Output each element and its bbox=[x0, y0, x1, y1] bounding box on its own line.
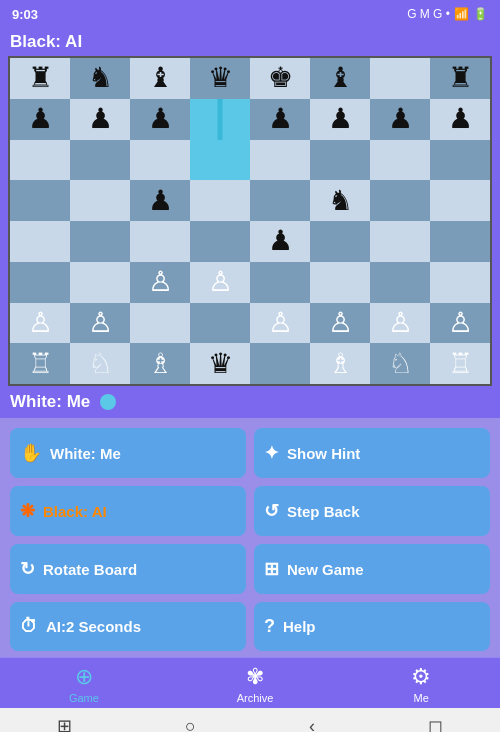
cell-1-7[interactable]: ♟ bbox=[430, 99, 490, 140]
cell-6-6[interactable]: ♙ bbox=[370, 303, 430, 344]
cell-0-4[interactable]: ♚ bbox=[250, 58, 310, 99]
cell-2-1[interactable] bbox=[70, 140, 130, 181]
nav-me[interactable]: ⚙Me bbox=[411, 664, 431, 704]
cell-3-2[interactable]: ♟ bbox=[130, 180, 190, 221]
cell-3-6[interactable] bbox=[370, 180, 430, 221]
buttons-section: ✋White: Me✦Show Hint❋Black: AI↺Step Back… bbox=[0, 418, 500, 657]
cell-7-3[interactable]: ♛ bbox=[190, 343, 250, 384]
cell-3-7[interactable] bbox=[430, 180, 490, 221]
black-ai-icon: ❋ bbox=[20, 500, 35, 522]
cell-7-1[interactable]: ♘ bbox=[70, 343, 130, 384]
cell-5-1[interactable] bbox=[70, 262, 130, 303]
wifi-icon: 📶 bbox=[454, 7, 469, 21]
archive-nav-label: Archive bbox=[237, 692, 274, 704]
cell-5-2[interactable]: ♙ bbox=[130, 262, 190, 303]
cell-4-6[interactable] bbox=[370, 221, 430, 262]
cell-5-3[interactable]: ♙ bbox=[190, 262, 250, 303]
white-me-icon: ✋ bbox=[20, 442, 42, 464]
chess-board: ♜♞♝♛♚♝♜♟♟♟♟♟♟♟♟♞♟♙♙♙♙♙♙♙♙♖♘♗♛♗♘♖ bbox=[8, 56, 492, 386]
cell-1-6[interactable]: ♟ bbox=[370, 99, 430, 140]
white-player-name: White: Me bbox=[10, 392, 90, 412]
new-game-icon: ⊞ bbox=[264, 558, 279, 580]
new-game-button[interactable]: ⊞New Game bbox=[254, 544, 490, 594]
cell-0-6[interactable] bbox=[370, 58, 430, 99]
cell-1-0[interactable]: ♟ bbox=[10, 99, 70, 140]
cell-3-4[interactable] bbox=[250, 180, 310, 221]
cell-4-7[interactable] bbox=[430, 221, 490, 262]
cell-6-0[interactable]: ♙ bbox=[10, 303, 70, 344]
cell-5-7[interactable] bbox=[430, 262, 490, 303]
status-time: 9:03 bbox=[12, 7, 38, 22]
cell-5-6[interactable] bbox=[370, 262, 430, 303]
cell-6-7[interactable]: ♙ bbox=[430, 303, 490, 344]
game-nav-icon: ⊕ bbox=[75, 664, 93, 690]
rotate-board-button[interactable]: ↻Rotate Board bbox=[10, 544, 246, 594]
black-ai-button[interactable]: ❋Black: AI bbox=[10, 486, 246, 536]
recent-icon[interactable]: ◻ bbox=[428, 715, 443, 732]
cell-6-2[interactable] bbox=[130, 303, 190, 344]
cell-6-4[interactable]: ♙ bbox=[250, 303, 310, 344]
cell-7-2[interactable]: ♗ bbox=[130, 343, 190, 384]
cell-2-2[interactable] bbox=[130, 140, 190, 181]
cell-0-1[interactable]: ♞ bbox=[70, 58, 130, 99]
cell-0-2[interactable]: ♝ bbox=[130, 58, 190, 99]
turn-label: Black: AI bbox=[0, 28, 500, 56]
me-nav-label: Me bbox=[413, 692, 428, 704]
cell-3-0[interactable] bbox=[10, 180, 70, 221]
cell-6-5[interactable]: ♙ bbox=[310, 303, 370, 344]
cell-4-1[interactable] bbox=[70, 221, 130, 262]
nav-archive[interactable]: ✾Archive bbox=[237, 664, 274, 704]
cell-6-1[interactable]: ♙ bbox=[70, 303, 130, 344]
cell-5-4[interactable] bbox=[250, 262, 310, 303]
cell-7-4[interactable] bbox=[250, 343, 310, 384]
cell-7-7[interactable]: ♖ bbox=[430, 343, 490, 384]
cell-1-2[interactable]: ♟ bbox=[130, 99, 190, 140]
ai-seconds-icon: ⏱ bbox=[20, 616, 38, 637]
system-nav-bar: ⊞ ○ ‹ ◻ bbox=[0, 708, 500, 732]
cell-5-0[interactable] bbox=[10, 262, 70, 303]
cell-7-5[interactable]: ♗ bbox=[310, 343, 370, 384]
cell-2-5[interactable] bbox=[310, 140, 370, 181]
cell-6-3[interactable] bbox=[190, 303, 250, 344]
cell-2-0[interactable] bbox=[10, 140, 70, 181]
cell-4-4[interactable]: ♟ bbox=[250, 221, 310, 262]
ai-seconds-button[interactable]: ⏱AI:2 Seconds bbox=[10, 602, 246, 651]
cell-2-7[interactable] bbox=[430, 140, 490, 181]
back-icon[interactable]: ‹ bbox=[309, 716, 315, 733]
cell-2-3[interactable] bbox=[190, 140, 250, 181]
cell-7-6[interactable]: ♘ bbox=[370, 343, 430, 384]
cell-0-5[interactable]: ♝ bbox=[310, 58, 370, 99]
cell-4-3[interactable] bbox=[190, 221, 250, 262]
white-me-label: White: Me bbox=[50, 445, 121, 462]
cell-1-3[interactable] bbox=[190, 99, 250, 140]
step-back-button[interactable]: ↺Step Back bbox=[254, 486, 490, 536]
cell-1-1[interactable]: ♟ bbox=[70, 99, 130, 140]
rotate-board-icon: ↻ bbox=[20, 558, 35, 580]
cell-4-0[interactable] bbox=[10, 221, 70, 262]
show-hint-button[interactable]: ✦Show Hint bbox=[254, 428, 490, 478]
step-back-icon: ↺ bbox=[264, 500, 279, 522]
cell-2-4[interactable] bbox=[250, 140, 310, 181]
cell-1-5[interactable]: ♟ bbox=[310, 99, 370, 140]
white-me-button[interactable]: ✋White: Me bbox=[10, 428, 246, 478]
cell-5-5[interactable] bbox=[310, 262, 370, 303]
menu-icon[interactable]: ⊞ bbox=[57, 715, 72, 732]
rotate-board-label: Rotate Board bbox=[43, 561, 137, 578]
white-player-label: White: Me bbox=[0, 386, 500, 418]
help-button[interactable]: ?Help bbox=[254, 602, 490, 651]
cell-0-0[interactable]: ♜ bbox=[10, 58, 70, 99]
cell-3-3[interactable] bbox=[190, 180, 250, 221]
cell-4-2[interactable] bbox=[130, 221, 190, 262]
nav-game[interactable]: ⊕Game bbox=[69, 664, 99, 704]
cell-7-0[interactable]: ♖ bbox=[10, 343, 70, 384]
step-back-label: Step Back bbox=[287, 503, 360, 520]
cell-2-6[interactable] bbox=[370, 140, 430, 181]
cell-0-3[interactable]: ♛ bbox=[190, 58, 250, 99]
cell-3-5[interactable]: ♞ bbox=[310, 180, 370, 221]
cell-1-4[interactable]: ♟ bbox=[250, 99, 310, 140]
cell-4-5[interactable] bbox=[310, 221, 370, 262]
home-icon[interactable]: ○ bbox=[185, 716, 196, 733]
cell-3-1[interactable] bbox=[70, 180, 130, 221]
cell-0-7[interactable]: ♜ bbox=[430, 58, 490, 99]
gm-icon: G M G • bbox=[407, 7, 450, 21]
